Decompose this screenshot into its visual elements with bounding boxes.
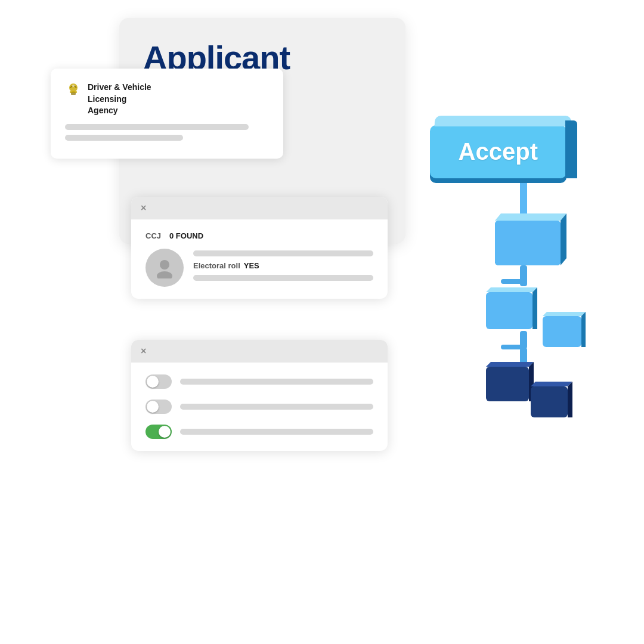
svg-marker-21	[581, 312, 586, 347]
dvla-logo-row: Driver & Vehicle Licensing Agency	[65, 82, 269, 117]
toggle-3-knob	[159, 426, 171, 438]
svg-point-4	[160, 260, 169, 270]
cubes-illustration	[483, 179, 614, 453]
dvla-card: Driver & Vehicle Licensing Agency	[51, 69, 283, 159]
avatar	[145, 249, 184, 287]
electoral-value: YES	[244, 261, 259, 270]
toggle-close-icon[interactable]: ×	[141, 346, 146, 357]
dvla-crest-icon	[65, 82, 82, 98]
toggle-2[interactable]	[145, 400, 172, 414]
dvla-name-line2: Licensing	[88, 94, 151, 106]
ccj-label: CCJ	[145, 231, 161, 240]
ccj-card-header: ×	[131, 197, 388, 219]
toggle-card: ×	[131, 340, 388, 451]
toggle-2-label	[180, 404, 373, 410]
accept-button-container: Accept	[430, 125, 566, 178]
svg-marker-27	[531, 382, 572, 386]
person-icon	[154, 257, 175, 278]
svg-rect-22	[520, 348, 527, 364]
avatar-row: Electoral roll YES	[145, 249, 373, 287]
accept-button[interactable]: Accept	[430, 125, 566, 178]
dvla-name-line3: Agency	[88, 105, 151, 117]
toggle-2-knob	[147, 401, 159, 413]
electoral-label: Electoral roll	[193, 261, 240, 270]
toggle-row-2	[145, 400, 373, 414]
ccj-name-line	[193, 250, 373, 256]
svg-rect-13	[501, 279, 525, 284]
ccj-body: CCJ 0 FOUND Electoral roll YES	[131, 219, 388, 299]
svg-marker-10	[561, 213, 566, 265]
ccj-card: × CCJ 0 FOUND Electoral roll YES	[131, 197, 388, 299]
svg-marker-15	[486, 287, 537, 292]
toggle-1-knob	[147, 376, 159, 388]
dvla-placeholder-line-2	[65, 135, 183, 141]
toggle-3[interactable]	[145, 425, 172, 439]
toggle-1[interactable]	[145, 374, 172, 389]
ccj-close-icon[interactable]: ×	[141, 203, 146, 213]
ccj-address-line	[193, 275, 373, 281]
svg-rect-14	[486, 292, 532, 329]
toggle-3-label	[180, 429, 373, 435]
dvla-name-line1: Driver & Vehicle	[88, 82, 151, 94]
svg-point-5	[157, 271, 172, 278]
electoral-row: Electoral roll YES	[193, 261, 373, 270]
svg-marker-28	[568, 382, 572, 417]
ccj-value: 0 FOUND	[169, 231, 203, 240]
toggle-1-label	[180, 379, 373, 385]
svg-rect-26	[531, 386, 568, 417]
svg-rect-11	[495, 221, 561, 265]
dvla-name: Driver & Vehicle Licensing Agency	[88, 82, 151, 117]
ccj-details: Electoral roll YES	[193, 250, 373, 286]
toggle-body	[131, 363, 388, 451]
svg-rect-19	[543, 316, 581, 347]
ccj-found-row: CCJ 0 FOUND	[145, 231, 373, 240]
dvla-placeholder-line-1	[65, 124, 249, 130]
svg-marker-9	[495, 213, 566, 221]
toggle-card-header: ×	[131, 340, 388, 363]
toggle-row-3	[145, 425, 373, 439]
svg-marker-24	[486, 362, 534, 367]
svg-rect-23	[486, 367, 529, 401]
svg-marker-20	[543, 312, 586, 316]
scene: Applicant checks Driver & Vehicle Licens…	[0, 0, 644, 644]
toggle-row-1	[145, 374, 373, 389]
svg-rect-2	[71, 92, 76, 95]
svg-marker-16	[532, 287, 537, 329]
svg-point-3	[72, 85, 75, 87]
